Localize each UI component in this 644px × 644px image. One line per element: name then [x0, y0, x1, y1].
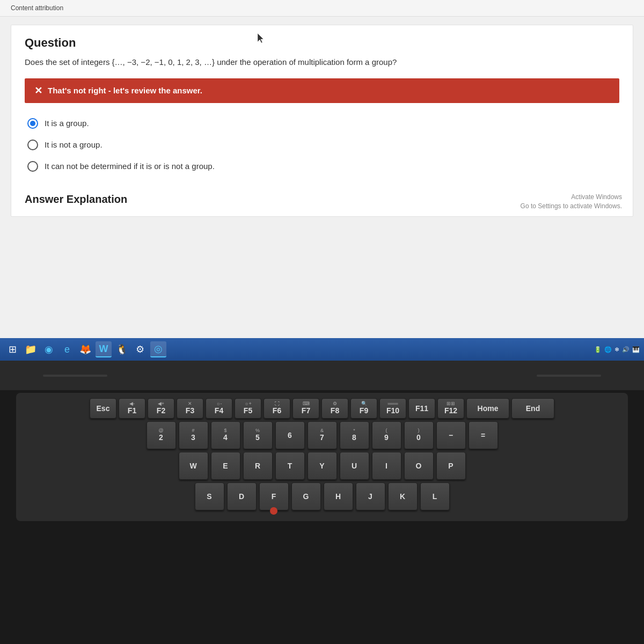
- taskbar-penguin-icon[interactable]: 🐧: [114, 341, 130, 357]
- taskbar-battery-icon: 🔋: [594, 346, 602, 353]
- radio-inner-1: [30, 121, 35, 126]
- taskbar-edge-icon[interactable]: e: [59, 341, 75, 357]
- key-f9[interactable]: 🔍F9: [350, 398, 377, 419]
- key-f5[interactable]: ☼+F5: [235, 398, 261, 419]
- key-lparen-9[interactable]: (9: [372, 421, 401, 449]
- keyboard-bezel-top: [0, 361, 644, 390]
- key-hash-3[interactable]: #3: [179, 421, 208, 449]
- options-list: It is a group. It is not a group. It can…: [25, 113, 619, 177]
- key-esc[interactable]: Esc: [90, 398, 116, 419]
- key-6[interactable]: 6: [275, 421, 305, 449]
- taskbar-circle-icon[interactable]: ◎: [150, 341, 166, 357]
- key-t[interactable]: T: [275, 452, 305, 480]
- content-attribution-bar: Content attribution: [0, 0, 644, 17]
- key-home[interactable]: Home: [466, 398, 509, 419]
- activate-windows-line1: Activate Windows: [521, 193, 622, 202]
- key-f7[interactable]: ⌨F7: [292, 398, 319, 419]
- taskbar-right-area: 🔋 🌐 ❄ 🔊 🎹: [594, 346, 640, 353]
- key-j[interactable]: J: [356, 482, 385, 510]
- radio-2[interactable]: [27, 140, 38, 150]
- key-minus[interactable]: −: [436, 421, 466, 449]
- key-percent-5[interactable]: %5: [243, 421, 273, 449]
- key-equals[interactable]: =: [469, 421, 498, 449]
- key-o[interactable]: O: [404, 452, 434, 480]
- key-f[interactable]: F: [259, 482, 289, 510]
- x-icon: ✕: [34, 85, 42, 97]
- option-3-label: It can not be determined if it is or is …: [45, 162, 215, 171]
- key-e[interactable]: E: [211, 452, 240, 480]
- wrong-answer-text: That's not right - let's review the answ…: [48, 86, 202, 95]
- key-rparen-0[interactable]: )0: [404, 421, 434, 449]
- key-at-2[interactable]: @2: [147, 421, 176, 449]
- key-r[interactable]: R: [243, 452, 273, 480]
- taskbar: ⊞ 📁 ◉ e 🦊 W 🐧 ⚙ ◎ 🔋 🌐 ❄ 🔊 🎹: [0, 338, 644, 361]
- key-u[interactable]: U: [340, 452, 369, 480]
- taskbar-word-icon[interactable]: W: [96, 341, 112, 357]
- option-1-label: It is a group.: [45, 119, 89, 128]
- option-2-label: It is not a group.: [45, 140, 103, 149]
- key-f6[interactable]: ⛶F6: [264, 398, 290, 419]
- taskbar-bluetooth-icon: ❄: [614, 346, 619, 353]
- content-attribution-text: Content attribution: [11, 4, 63, 12]
- question-card: Question Does the set of integers {…, −3…: [11, 25, 633, 217]
- key-l[interactable]: L: [420, 482, 450, 510]
- activate-windows-watermark: Activate Windows Go to Settings to activ…: [521, 193, 622, 211]
- wrong-answer-banner: ✕ That's not right - let's review the an…: [25, 78, 619, 103]
- key-k[interactable]: K: [388, 482, 418, 510]
- key-s[interactable]: S: [195, 482, 224, 510]
- radio-3[interactable]: [27, 161, 38, 172]
- key-h[interactable]: H: [324, 482, 353, 510]
- bezel-line-left: [43, 375, 107, 377]
- key-f4[interactable]: ☼-F4: [206, 398, 232, 419]
- number-key-row: @2 #3 $4 %5 6 &7 *8 (9 )0 − =: [24, 421, 620, 449]
- taskbar-keyboard-icon: 🎹: [632, 346, 640, 353]
- key-f12[interactable]: ⊞⊞F12: [437, 398, 464, 419]
- taskbar-speaker-icon: 🔊: [622, 346, 630, 353]
- taskbar-start-icon[interactable]: ⊞: [4, 341, 20, 357]
- keyboard-area: Esc ◀-F1 ◀+F2 ✕F3 ☼-F4 ☼+F5 ⛶F6 ⌨F7 ⚙F8 …: [0, 361, 644, 644]
- key-amp-7[interactable]: &7: [308, 421, 337, 449]
- taskbar-chrome-icon[interactable]: ◉: [41, 341, 57, 357]
- option-2[interactable]: It is not a group.: [25, 134, 619, 156]
- taskbar-firefox-icon[interactable]: 🦊: [77, 341, 93, 357]
- taskbar-settings-icon[interactable]: ⚙: [132, 341, 148, 357]
- taskbar-network-icon: 🌐: [604, 346, 612, 353]
- key-f8[interactable]: ⚙F8: [321, 398, 348, 419]
- key-f10[interactable]: ═══F10: [379, 398, 406, 419]
- qwerty-key-row: W E R T Y U I O P: [24, 452, 620, 480]
- key-d[interactable]: D: [227, 482, 257, 510]
- activate-windows-line2: Go to Settings to activate Windows.: [521, 202, 622, 211]
- key-f1[interactable]: ◀-F1: [119, 398, 145, 419]
- screen-area: Content attribution Question Does the se…: [0, 0, 644, 338]
- key-dollar-4[interactable]: $4: [211, 421, 240, 449]
- key-f11[interactable]: F11: [408, 398, 435, 419]
- key-g[interactable]: G: [291, 482, 321, 510]
- option-1[interactable]: It is a group.: [25, 113, 619, 134]
- fn-key-row: Esc ◀-F1 ◀+F2 ✕F3 ☼-F4 ☼+F5 ⛶F6 ⌨F7 ⚙F8 …: [24, 398, 620, 419]
- taskbar-system-icons: 🔋 🌐 ❄ 🔊 🎹: [594, 346, 640, 353]
- radio-1[interactable]: [27, 118, 38, 129]
- bezel-line-right: [537, 375, 601, 377]
- keyboard: Esc ◀-F1 ◀+F2 ✕F3 ☼-F4 ☼+F5 ⛶F6 ⌨F7 ⚙F8 …: [16, 393, 628, 521]
- key-i[interactable]: I: [372, 452, 401, 480]
- key-f2[interactable]: ◀+F2: [148, 398, 174, 419]
- key-p[interactable]: P: [436, 452, 466, 480]
- asdf-key-row: S D F G H J K L: [24, 482, 620, 510]
- taskbar-files-icon[interactable]: 📁: [23, 341, 39, 357]
- question-text: Does the set of integers {…, −3, −2, −1,…: [25, 56, 619, 69]
- key-f3[interactable]: ✕F3: [177, 398, 203, 419]
- key-star-8[interactable]: *8: [340, 421, 369, 449]
- option-3[interactable]: It can not be determined if it is or is …: [25, 156, 619, 177]
- key-end[interactable]: End: [511, 398, 554, 419]
- question-title: Question: [25, 36, 619, 50]
- key-w[interactable]: W: [179, 452, 208, 480]
- key-y[interactable]: Y: [308, 452, 337, 480]
